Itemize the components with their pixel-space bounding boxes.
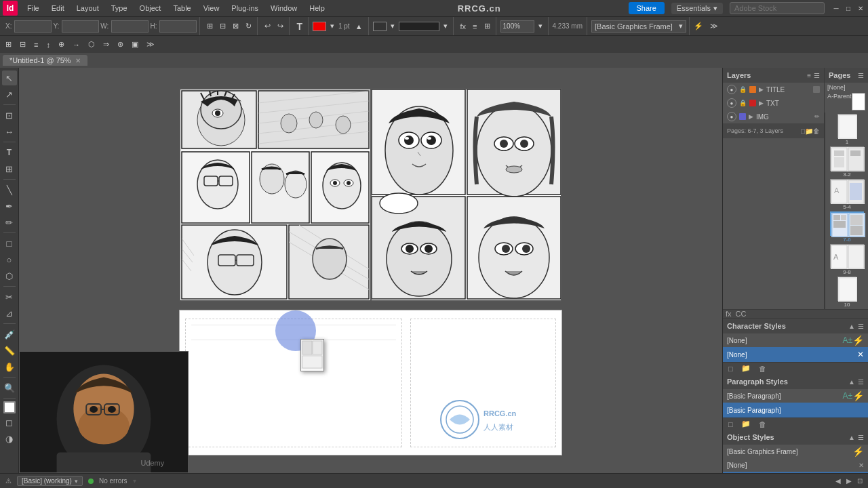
cc-icon[interactable]: CC: [736, 310, 747, 318]
type-tool[interactable]: T: [2, 145, 17, 160]
para-style-new-icon[interactable]: ⚡: [852, 390, 864, 401]
x-input[interactable]: [14, 20, 52, 33]
menu-file[interactable]: File: [22, 3, 45, 14]
preflight-icon[interactable]: ⚠: [5, 477, 12, 485]
para-style-delete-btn[interactable]: 🗑: [756, 419, 769, 430]
type-tool-icon[interactable]: T: [294, 20, 305, 33]
zoom-tool[interactable]: 🔍: [2, 380, 17, 395]
canvas-area[interactable]: RRCG.cn 人人素材: [19, 68, 722, 473]
zoom-pct-input[interactable]: [500, 20, 534, 33]
layer-expand-txt[interactable]: ▶: [759, 100, 764, 106]
gap-tool[interactable]: ↔: [2, 124, 17, 139]
menu-help[interactable]: Help: [304, 3, 330, 14]
pin-btn[interactable]: ↕: [43, 39, 53, 50]
minimize-button[interactable]: ─: [831, 3, 841, 13]
char-styles-collapse[interactable]: ▲: [848, 323, 855, 330]
menu-type[interactable]: Type: [106, 3, 133, 14]
more-btn[interactable]: ≫: [144, 39, 157, 50]
menu-window[interactable]: Window: [265, 3, 302, 14]
menu-object[interactable]: Object: [134, 3, 167, 14]
table-tool[interactable]: ⊞: [2, 161, 17, 176]
layer-eye-img[interactable]: ●: [727, 112, 736, 121]
fx-button[interactable]: fx: [458, 21, 469, 32]
anchor-btn[interactable]: ⊕: [56, 39, 67, 50]
menu-table[interactable]: Table: [167, 3, 196, 14]
layers-more-icon[interactable]: ☰: [814, 72, 820, 79]
fill-color-box[interactable]: [373, 22, 387, 31]
hand-tool[interactable]: ✋: [2, 359, 17, 374]
link-btn[interactable]: ⬡: [85, 39, 98, 50]
maximize-button[interactable]: □: [844, 3, 853, 13]
align-btn2[interactable]: ⊟: [17, 39, 28, 50]
pages-thumbs-list[interactable]: 1 3-2 A 5-4: [825, 113, 868, 309]
gradient-tool[interactable]: ◑: [2, 431, 17, 446]
grid-button[interactable]: ⊞: [481, 20, 493, 32]
layers-delete-btn[interactable]: 🗑: [813, 127, 820, 135]
obj-style-new-icon[interactable]: ⚡: [852, 446, 864, 457]
menu-layout[interactable]: Layout: [71, 3, 104, 14]
stroke-arrow[interactable]: ▾: [328, 20, 337, 32]
char-style-edit-icon[interactable]: A±: [842, 336, 852, 345]
layer-row-txt[interactable]: ● 🔒 ▶ TXT: [723, 96, 824, 110]
flow-btn[interactable]: →: [70, 39, 83, 50]
pen-tool[interactable]: ✒: [2, 199, 17, 214]
fill-arrow[interactable]: ▾: [388, 20, 397, 32]
obj-styles-collapse[interactable]: ▲: [848, 434, 855, 441]
obj-styles-menu[interactable]: ☰: [858, 434, 864, 441]
page-thumb-32[interactable]: 3-2: [828, 146, 866, 178]
para-style-edit-icon[interactable]: A±: [842, 391, 852, 401]
align-left-button[interactable]: ⊞: [204, 20, 216, 32]
essentials-button[interactable]: Essentials ▾: [671, 3, 723, 14]
adjust-button[interactable]: ⚡: [691, 20, 706, 32]
stats-button[interactable]: ≡: [470, 21, 479, 32]
layer-eye-txt[interactable]: ●: [727, 98, 736, 108]
layer-expand-img[interactable]: ▶: [749, 113, 753, 120]
ellipse-tool[interactable]: ○: [2, 252, 17, 267]
stroke-color-box[interactable]: [313, 22, 326, 31]
document-tab[interactable]: *Untitled-1 @ 75% ✕: [3, 55, 87, 66]
page-thumb-54[interactable]: A 5-4: [828, 179, 866, 210]
menu-view[interactable]: View: [198, 3, 225, 14]
anchor2-btn[interactable]: ⊛: [115, 39, 126, 50]
para-style-new-btn[interactable]: □: [726, 419, 736, 430]
expand-button[interactable]: ≫: [707, 20, 721, 32]
char-style-new-icon[interactable]: ⚡: [852, 335, 864, 346]
y-input[interactable]: [62, 20, 99, 33]
pencil-tool[interactable]: ✏: [2, 215, 17, 230]
layer-pencil-icon[interactable]: ✏: [814, 113, 820, 120]
stroke-preview-arrow[interactable]: ▾: [441, 20, 450, 32]
scissors-tool[interactable]: ✂: [2, 289, 17, 304]
para-style-selected-row[interactable]: [Basic Paragraph]: [723, 403, 868, 418]
para-styles-menu[interactable]: ☰: [858, 378, 864, 386]
layer-eye-title[interactable]: ●: [727, 85, 736, 94]
page-nav-next[interactable]: ▶: [846, 477, 852, 485]
char-style-selected-close[interactable]: ✕: [857, 350, 864, 359]
close-button[interactable]: ✕: [856, 3, 865, 13]
direct-select-tool[interactable]: ↗: [2, 87, 17, 102]
fill-color-btn[interactable]: [3, 401, 16, 413]
stroke-up-btn[interactable]: ▲: [353, 21, 366, 32]
menu-plugins[interactable]: Plug-ins: [226, 3, 264, 14]
transform-tool[interactable]: ⊿: [2, 306, 17, 321]
line-tool[interactable]: ╲: [2, 182, 17, 197]
redo-button[interactable]: ↪: [275, 20, 286, 32]
rotate-button[interactable]: ↻: [243, 20, 254, 32]
content-btn[interactable]: ▣: [129, 39, 141, 50]
align-right-button[interactable]: ⊠: [230, 20, 241, 32]
rect-tool[interactable]: □: [2, 236, 17, 251]
measure-tool[interactable]: 📏: [2, 343, 17, 358]
char-styles-menu[interactable]: ☰: [858, 323, 864, 330]
polygon-tool[interactable]: ⬡: [2, 268, 17, 283]
page-nav-prev[interactable]: ◀: [835, 477, 841, 485]
w-input[interactable]: [111, 20, 149, 33]
page-thumb-10[interactable]: 10: [828, 277, 866, 308]
pages-more-icon[interactable]: ☰: [858, 72, 864, 79]
layers-collapse-icon[interactable]: ≡: [807, 72, 811, 79]
working-dropdown[interactable]: [Basic] (working) ▾: [17, 476, 83, 486]
fx-icon[interactable]: fx: [726, 310, 732, 318]
page-thumb-98[interactable]: A 9-8: [828, 244, 866, 275]
arrow-btn2[interactable]: ⇒: [100, 39, 112, 50]
char-style-delete-btn[interactable]: 🗑: [756, 363, 769, 374]
frame-btn[interactable]: ⊞: [3, 39, 14, 50]
share-button[interactable]: Share: [629, 2, 665, 14]
